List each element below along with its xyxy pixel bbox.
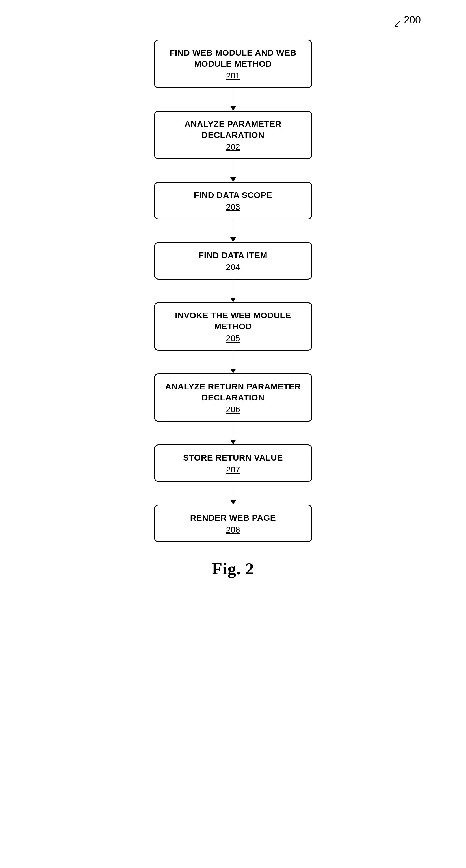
flow-box-205-text: INVOKE THE WEB MODULE METHOD (175, 311, 291, 331)
flow-box-201: FIND WEB MODULE AND WEB MODULE METHOD 20… (154, 39, 312, 88)
flow-box-204: FIND DATA ITEM 204 (154, 242, 312, 280)
arrow-head (230, 298, 236, 302)
arrow-connector-7 (230, 482, 236, 504)
flow-box-202-text: ANALYZE PARAMETER DECLARATION (184, 119, 282, 140)
arrow-head (230, 238, 236, 242)
flow-box-207-text: STORE RETURN VALUE (183, 453, 283, 462)
flow-box-206: ANALYZE RETURN PARAMETER DECLARATION 206 (154, 373, 312, 422)
arrow-head (230, 500, 236, 504)
flow-box-205: INVOKE THE WEB MODULE METHOD 205 (154, 302, 312, 351)
arrow-line (233, 280, 233, 298)
page-container: ↙ 200 FIND WEB MODULE AND WEB MODULE MET… (0, 0, 466, 868)
flow-box-208-text: RENDER WEB PAGE (190, 513, 276, 522)
arrow-line (233, 159, 233, 177)
figure-number: 200 (404, 14, 421, 26)
flow-box-205-number: 205 (163, 334, 303, 343)
flow-box-207: STORE RETURN VALUE 207 (154, 444, 312, 482)
arrow-connector-4 (230, 280, 236, 302)
arrow-head (230, 369, 236, 373)
flow-box-203: FIND DATA SCOPE 203 (154, 182, 312, 219)
arrow-head (230, 106, 236, 111)
arrow-icon: ↙ (393, 18, 402, 29)
arrow-line (233, 351, 233, 369)
arrow-line (233, 219, 233, 238)
arrow-line (233, 422, 233, 440)
arrow-connector-2 (230, 159, 236, 182)
flow-box-204-text: FIND DATA ITEM (199, 250, 267, 260)
flow-box-203-number: 203 (163, 202, 303, 212)
flow-box-206-number: 206 (163, 405, 303, 414)
flow-box-203-text: FIND DATA SCOPE (194, 190, 272, 199)
flow-box-201-number: 201 (163, 71, 303, 81)
flow-box-208-number: 208 (163, 525, 303, 534)
arrow-connector-6 (230, 422, 236, 444)
figure-caption: Fig. 2 (212, 559, 254, 579)
flow-box-202-number: 202 (163, 142, 303, 152)
flow-box-201-text: FIND WEB MODULE AND WEB MODULE METHOD (170, 48, 296, 68)
arrow-head (230, 440, 236, 444)
flow-box-207-number: 207 (163, 465, 303, 474)
arrow-line (233, 482, 233, 500)
arrow-connector-5 (230, 351, 236, 373)
flow-box-202: ANALYZE PARAMETER DECLARATION 202 (154, 111, 312, 159)
arrow-line (233, 88, 233, 106)
arrow-head (230, 177, 236, 182)
flow-box-204-number: 204 (163, 262, 303, 272)
flowchart: FIND WEB MODULE AND WEB MODULE METHOD 20… (0, 39, 466, 542)
flow-box-208: RENDER WEB PAGE 208 (154, 504, 312, 542)
arrow-connector-1 (230, 88, 236, 111)
arrow-connector-3 (230, 219, 236, 242)
flow-box-206-text: ANALYZE RETURN PARAMETER DECLARATION (165, 382, 301, 402)
